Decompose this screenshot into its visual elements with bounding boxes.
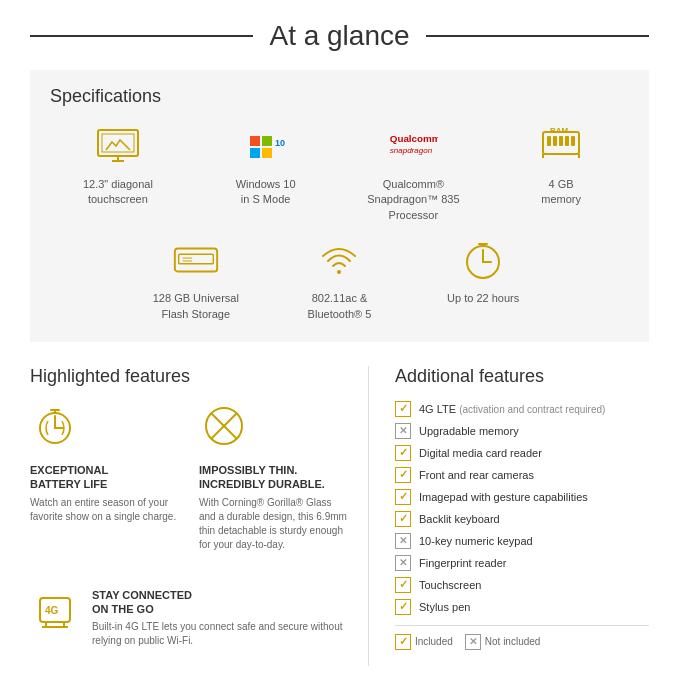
svg-text:Qualcomm: Qualcomm bbox=[390, 133, 438, 144]
additional-features-list: 4G LTE (activation and contract required… bbox=[395, 401, 649, 615]
svg-rect-13 bbox=[547, 136, 551, 146]
thin-feature-icon bbox=[199, 401, 249, 451]
page-title: At a glance bbox=[269, 20, 409, 52]
feature-checkbox bbox=[395, 599, 411, 615]
specifications-label: Specifications bbox=[50, 86, 629, 107]
legend-not-included: Not included bbox=[465, 634, 541, 650]
specs-grid-row1: 12.3" diagonaltouchscreen 10 Windows 10i… bbox=[50, 121, 629, 223]
spec-battery-hours: Up to 22 hours bbox=[417, 235, 549, 322]
additional-feature-item: Digital media card reader bbox=[395, 445, 649, 461]
feature-checkbox bbox=[395, 445, 411, 461]
svg-rect-16 bbox=[565, 136, 569, 146]
feature-label: Fingerprint reader bbox=[419, 557, 506, 569]
additional-feature-item: Touchscreen bbox=[395, 577, 649, 593]
additional-feature-item: Backlit keyboard bbox=[395, 511, 649, 527]
spec-ram-label: 4 GBmemory bbox=[541, 177, 581, 208]
header-line-left bbox=[30, 35, 253, 37]
lte-feature-icon: 4G bbox=[30, 588, 80, 638]
svg-rect-8 bbox=[262, 148, 272, 158]
windows-icon: 10 bbox=[241, 121, 291, 171]
specs-grid-row2: 128 GB UniversalFlash Storage 802.11ac &… bbox=[50, 235, 629, 322]
additional-feature-item: Stylus pen bbox=[395, 599, 649, 615]
feature-label: Upgradable memory bbox=[419, 425, 519, 437]
bottom-section: Highlighted features bbox=[30, 366, 649, 666]
legend-not-included-icon bbox=[465, 634, 481, 650]
feature-label: Front and rear cameras bbox=[419, 469, 534, 481]
feature-checkbox bbox=[395, 423, 411, 439]
feature-checkbox bbox=[395, 533, 411, 549]
spec-ram: RAM 4 GBmemory bbox=[493, 121, 629, 223]
feature-checkbox bbox=[395, 467, 411, 483]
spec-screen-label: 12.3" diagonaltouchscreen bbox=[83, 177, 153, 208]
svg-point-25 bbox=[337, 270, 341, 274]
spec-windows: 10 Windows 10in S Mode bbox=[198, 121, 334, 223]
additional-feature-item: Front and rear cameras bbox=[395, 467, 649, 483]
feature-label: 4G LTE (activation and contract required… bbox=[419, 403, 605, 415]
additional-feature-item: 10-key numeric keypad bbox=[395, 533, 649, 549]
feature-thin-desc: With Corning® Gorilla® Glass and a durab… bbox=[199, 496, 348, 552]
svg-text:10: 10 bbox=[275, 138, 285, 148]
feature-lte-title: STAY CONNECTEDON THE GO bbox=[92, 588, 348, 617]
highlighted-features-label: Highlighted features bbox=[30, 366, 348, 387]
feature-checkbox bbox=[395, 555, 411, 571]
svg-rect-6 bbox=[262, 136, 272, 146]
battery-hours-icon bbox=[458, 235, 508, 285]
spec-windows-label: Windows 10in S Mode bbox=[236, 177, 296, 208]
svg-text:RAM: RAM bbox=[550, 126, 569, 135]
feature-battery-text: EXCEPTIONALBATTERY LIFE Watch an entire … bbox=[30, 463, 179, 524]
feature-thin-title: IMPOSSIBLY THIN.INCREDIBLY DURABLE. bbox=[199, 463, 348, 492]
additional-features-label: Additional features bbox=[395, 366, 649, 387]
svg-text:4G: 4G bbox=[45, 605, 59, 616]
legend-included-icon bbox=[395, 634, 411, 650]
wifi-icon bbox=[314, 235, 364, 285]
additional-feature-item: Imagepad with gesture capabilities bbox=[395, 489, 649, 505]
feature-battery-title: EXCEPTIONALBATTERY LIFE bbox=[30, 463, 179, 492]
spec-storage: 128 GB UniversalFlash Storage bbox=[130, 235, 262, 322]
feature-label: Touchscreen bbox=[419, 579, 481, 591]
spec-qualcomm: Qualcomm snapdragon Qualcomm®Snapdragon™… bbox=[346, 121, 482, 223]
ram-icon: RAM bbox=[536, 121, 586, 171]
screen-icon bbox=[93, 121, 143, 171]
feature-lte-desc: Built-in 4G LTE lets you connect safe an… bbox=[92, 620, 348, 648]
feature-thin: IMPOSSIBLY THIN.INCREDIBLY DURABLE. With… bbox=[199, 401, 348, 552]
feature-label: 10-key numeric keypad bbox=[419, 535, 533, 547]
additional-feature-item: Fingerprint reader bbox=[395, 555, 649, 571]
svg-rect-21 bbox=[175, 249, 217, 272]
legend: Included Not included bbox=[395, 625, 649, 650]
spec-battery-hours-label: Up to 22 hours bbox=[447, 291, 519, 306]
feature-checkbox bbox=[395, 511, 411, 527]
additional-feature-item: 4G LTE (activation and contract required… bbox=[395, 401, 649, 417]
spec-storage-label: 128 GB UniversalFlash Storage bbox=[153, 291, 239, 322]
legend-included-label: Included bbox=[415, 636, 453, 647]
feature-checkbox bbox=[395, 577, 411, 593]
feature-checkbox bbox=[395, 489, 411, 505]
svg-rect-15 bbox=[559, 136, 563, 146]
feature-items: EXCEPTIONALBATTERY LIFE Watch an entire … bbox=[30, 401, 348, 648]
qualcomm-icon: Qualcomm snapdragon bbox=[388, 121, 438, 171]
spec-wifi-label: 802.11ac &Bluetooth® 5 bbox=[308, 291, 372, 322]
feature-label: Backlit keyboard bbox=[419, 513, 500, 525]
spec-wifi: 802.11ac &Bluetooth® 5 bbox=[274, 235, 406, 322]
header-line-right bbox=[426, 35, 649, 37]
feature-checkbox bbox=[395, 401, 411, 417]
spec-qualcomm-label: Qualcomm®Snapdragon™ 835Processor bbox=[367, 177, 459, 223]
specifications-section: Specifications 12.3" diagonaltouchscreen bbox=[30, 70, 649, 342]
feature-battery: EXCEPTIONALBATTERY LIFE Watch an entire … bbox=[30, 401, 179, 552]
svg-rect-17 bbox=[571, 136, 575, 146]
feature-label: Imagepad with gesture capabilities bbox=[419, 491, 588, 503]
feature-lte-text: STAY CONNECTEDON THE GO Built-in 4G LTE … bbox=[92, 588, 348, 649]
feature-label: Stylus pen bbox=[419, 601, 470, 613]
svg-rect-5 bbox=[250, 136, 260, 146]
spec-screen: 12.3" diagonaltouchscreen bbox=[50, 121, 186, 223]
legend-included: Included bbox=[395, 634, 453, 650]
storage-icon bbox=[171, 235, 221, 285]
svg-rect-7 bbox=[250, 148, 260, 158]
svg-rect-22 bbox=[179, 254, 214, 264]
page-header: At a glance bbox=[30, 20, 649, 52]
additional-feature-item: Upgradable memory bbox=[395, 423, 649, 439]
battery-feature-icon bbox=[30, 401, 80, 451]
additional-features-section: Additional features 4G LTE (activation a… bbox=[379, 366, 649, 666]
feature-thin-text: IMPOSSIBLY THIN.INCREDIBLY DURABLE. With… bbox=[199, 463, 348, 552]
svg-text:snapdragon: snapdragon bbox=[390, 146, 433, 155]
svg-rect-14 bbox=[553, 136, 557, 146]
